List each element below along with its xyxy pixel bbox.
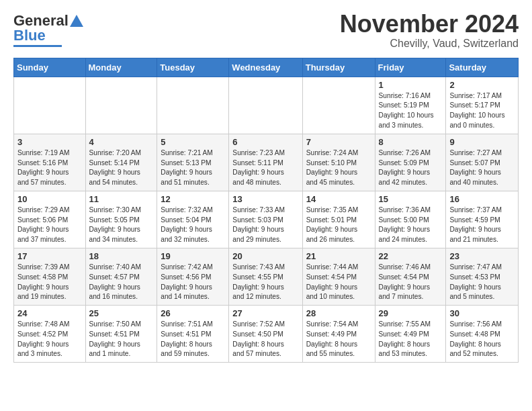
calendar-week-4: 17Sunrise: 7:39 AMSunset: 4:58 PMDayligh… <box>14 248 519 305</box>
day-number: 3 <box>17 137 82 147</box>
day-info: Sunrise: 7:46 AMSunset: 4:54 PMDaylight:… <box>379 263 443 302</box>
day-info: Sunrise: 7:27 AMSunset: 5:07 PMDaylight:… <box>449 148 515 188</box>
calendar-cell: 24Sunrise: 7:48 AMSunset: 4:52 PMDayligh… <box>14 306 86 363</box>
calendar-week-5: 24Sunrise: 7:48 AMSunset: 4:52 PMDayligh… <box>14 306 519 363</box>
weekday-header-thursday: Thursday <box>302 58 375 77</box>
calendar-cell: 20Sunrise: 7:43 AMSunset: 4:55 PMDayligh… <box>229 248 302 305</box>
day-info: Sunrise: 7:47 AMSunset: 4:53 PMDaylight:… <box>449 263 515 302</box>
calendar-cell: 15Sunrise: 7:36 AMSunset: 5:00 PMDayligh… <box>375 191 446 248</box>
calendar-week-1: 1Sunrise: 7:16 AMSunset: 5:19 PMDaylight… <box>14 77 519 134</box>
day-info: Sunrise: 7:39 AMSunset: 4:58 PMDaylight:… <box>17 263 82 302</box>
day-number: 2 <box>449 80 515 90</box>
day-info: Sunrise: 7:56 AMSunset: 4:48 PMDaylight:… <box>449 320 515 359</box>
day-info: Sunrise: 7:17 AMSunset: 5:17 PMDaylight:… <box>449 91 515 131</box>
day-number: 25 <box>89 308 154 318</box>
day-info: Sunrise: 7:19 AMSunset: 5:16 PMDaylight:… <box>17 148 82 188</box>
header: General Blue November 2024 Chevilly, Vau… <box>13 11 519 50</box>
logo-text-general: General <box>13 13 69 28</box>
calendar-table: SundayMondayTuesdayWednesdayThursdayFrid… <box>13 58 519 363</box>
day-number: 30 <box>449 308 515 318</box>
calendar-cell: 4Sunrise: 7:20 AMSunset: 5:14 PMDaylight… <box>85 134 157 191</box>
page-title: November 2024 <box>340 11 519 38</box>
day-number: 21 <box>306 251 371 261</box>
day-number: 14 <box>306 194 371 204</box>
calendar-cell: 8Sunrise: 7:26 AMSunset: 5:09 PMDaylight… <box>375 134 446 191</box>
day-number: 19 <box>161 251 225 261</box>
day-number: 1 <box>379 80 443 90</box>
day-number: 5 <box>161 137 225 147</box>
calendar-cell: 18Sunrise: 7:40 AMSunset: 4:57 PMDayligh… <box>85 248 157 305</box>
calendar-cell: 14Sunrise: 7:35 AMSunset: 5:01 PMDayligh… <box>302 191 375 248</box>
calendar-cell: 11Sunrise: 7:30 AMSunset: 5:05 PMDayligh… <box>85 191 157 248</box>
calendar-cell: 28Sunrise: 7:54 AMSunset: 4:49 PMDayligh… <box>302 306 375 363</box>
day-info: Sunrise: 7:48 AMSunset: 4:52 PMDaylight:… <box>17 320 82 359</box>
calendar-cell <box>157 77 229 134</box>
day-number: 20 <box>232 251 298 261</box>
day-number: 13 <box>232 194 298 204</box>
calendar-cell: 27Sunrise: 7:52 AMSunset: 4:50 PMDayligh… <box>229 306 302 363</box>
day-number: 6 <box>232 137 298 147</box>
day-number: 4 <box>89 137 154 147</box>
day-info: Sunrise: 7:30 AMSunset: 5:05 PMDaylight:… <box>89 205 154 245</box>
calendar-cell: 19Sunrise: 7:42 AMSunset: 4:56 PMDayligh… <box>157 248 229 305</box>
page: General Blue November 2024 Chevilly, Vau… <box>0 0 532 373</box>
day-info: Sunrise: 7:33 AMSunset: 5:03 PMDaylight:… <box>232 205 298 245</box>
calendar-cell <box>302 77 375 134</box>
calendar-cell: 12Sunrise: 7:32 AMSunset: 5:04 PMDayligh… <box>157 191 229 248</box>
day-number: 8 <box>379 137 443 147</box>
logo-icon <box>70 15 83 27</box>
day-number: 7 <box>306 137 371 147</box>
day-info: Sunrise: 7:20 AMSunset: 5:14 PMDaylight:… <box>89 148 154 188</box>
calendar-cell: 25Sunrise: 7:50 AMSunset: 4:51 PMDayligh… <box>85 306 157 363</box>
weekday-header-tuesday: Tuesday <box>157 58 229 77</box>
calendar-cell: 16Sunrise: 7:37 AMSunset: 4:59 PMDayligh… <box>446 191 519 248</box>
calendar-cell: 5Sunrise: 7:21 AMSunset: 5:13 PMDaylight… <box>157 134 229 191</box>
day-number: 10 <box>17 194 82 204</box>
day-info: Sunrise: 7:42 AMSunset: 4:56 PMDaylight:… <box>161 263 225 302</box>
day-info: Sunrise: 7:43 AMSunset: 4:55 PMDaylight:… <box>232 263 298 302</box>
day-info: Sunrise: 7:26 AMSunset: 5:09 PMDaylight:… <box>379 148 443 188</box>
day-info: Sunrise: 7:40 AMSunset: 4:57 PMDaylight:… <box>89 263 154 302</box>
calendar-cell: 13Sunrise: 7:33 AMSunset: 5:03 PMDayligh… <box>229 191 302 248</box>
day-info: Sunrise: 7:21 AMSunset: 5:13 PMDaylight:… <box>161 148 225 188</box>
day-number: 29 <box>379 308 443 318</box>
day-info: Sunrise: 7:51 AMSunset: 4:51 PMDaylight:… <box>161 320 225 359</box>
day-number: 15 <box>379 194 443 204</box>
day-number: 16 <box>449 194 515 204</box>
day-number: 12 <box>161 194 225 204</box>
day-info: Sunrise: 7:24 AMSunset: 5:10 PMDaylight:… <box>306 148 371 188</box>
calendar-cell: 26Sunrise: 7:51 AMSunset: 4:51 PMDayligh… <box>157 306 229 363</box>
calendar-cell: 22Sunrise: 7:46 AMSunset: 4:54 PMDayligh… <box>375 248 446 305</box>
calendar-cell: 2Sunrise: 7:17 AMSunset: 5:17 PMDaylight… <box>446 77 519 134</box>
calendar-cell: 10Sunrise: 7:29 AMSunset: 5:06 PMDayligh… <box>14 191 86 248</box>
logo-underline <box>13 45 62 47</box>
page-subtitle: Chevilly, Vaud, Switzerland <box>340 38 519 50</box>
day-number: 28 <box>306 308 371 318</box>
day-info: Sunrise: 7:35 AMSunset: 5:01 PMDaylight:… <box>306 205 371 245</box>
calendar-cell <box>14 77 86 134</box>
calendar-cell <box>229 77 302 134</box>
day-number: 23 <box>449 251 515 261</box>
day-number: 9 <box>449 137 515 147</box>
calendar-cell: 29Sunrise: 7:55 AMSunset: 4:49 PMDayligh… <box>375 306 446 363</box>
day-number: 17 <box>17 251 82 261</box>
calendar-week-2: 3Sunrise: 7:19 AMSunset: 5:16 PMDaylight… <box>14 134 519 191</box>
day-info: Sunrise: 7:52 AMSunset: 4:50 PMDaylight:… <box>232 320 298 359</box>
day-info: Sunrise: 7:37 AMSunset: 4:59 PMDaylight:… <box>449 205 515 245</box>
calendar-cell: 30Sunrise: 7:56 AMSunset: 4:48 PMDayligh… <box>446 306 519 363</box>
day-info: Sunrise: 7:54 AMSunset: 4:49 PMDaylight:… <box>306 320 371 359</box>
weekday-header-monday: Monday <box>85 58 157 77</box>
weekday-header-wednesday: Wednesday <box>229 58 302 77</box>
weekday-header-sunday: Sunday <box>14 58 86 77</box>
calendar-week-3: 10Sunrise: 7:29 AMSunset: 5:06 PMDayligh… <box>14 191 519 248</box>
day-number: 27 <box>232 308 298 318</box>
calendar-cell: 7Sunrise: 7:24 AMSunset: 5:10 PMDaylight… <box>302 134 375 191</box>
calendar-cell <box>85 77 157 134</box>
day-number: 22 <box>379 251 443 261</box>
calendar-cell: 9Sunrise: 7:27 AMSunset: 5:07 PMDaylight… <box>446 134 519 191</box>
day-number: 24 <box>17 308 82 318</box>
weekday-header-saturday: Saturday <box>446 58 519 77</box>
day-info: Sunrise: 7:50 AMSunset: 4:51 PMDaylight:… <box>89 320 154 359</box>
calendar-cell: 17Sunrise: 7:39 AMSunset: 4:58 PMDayligh… <box>14 248 86 305</box>
day-info: Sunrise: 7:29 AMSunset: 5:06 PMDaylight:… <box>17 205 82 245</box>
